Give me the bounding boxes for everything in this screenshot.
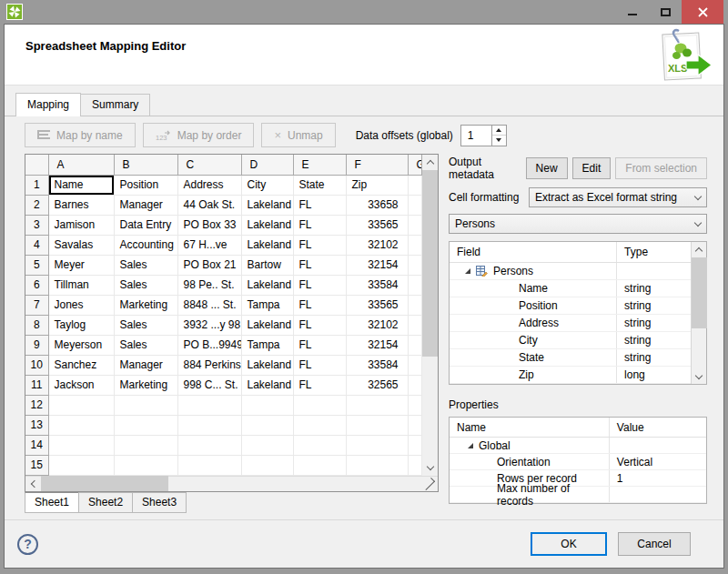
grid-cell-a14[interactable] bbox=[48, 435, 114, 455]
grid-cell-a15[interactable] bbox=[48, 455, 114, 475]
cell-formatting-select[interactable]: Extract as Excel format string bbox=[529, 187, 707, 207]
grid-cell-e3[interactable]: FL bbox=[293, 215, 346, 235]
scroll-up-button[interactable] bbox=[692, 242, 707, 257]
field-row-zip[interactable]: Ziplong bbox=[450, 367, 691, 384]
grid-cell-d15[interactable] bbox=[241, 455, 293, 475]
grid-horizontal-scrollbar[interactable] bbox=[25, 476, 438, 491]
grid-corner[interactable] bbox=[25, 155, 48, 175]
grid-row-header-1[interactable]: 1 bbox=[25, 175, 48, 195]
grid-cell-g8[interactable] bbox=[408, 315, 422, 335]
new-button[interactable]: New bbox=[526, 157, 568, 179]
grid-cell-d12[interactable] bbox=[241, 395, 293, 415]
vertical-scroll-thumb[interactable] bbox=[422, 170, 438, 357]
grid-cell-g5[interactable] bbox=[408, 255, 422, 275]
sheet-tab-sheet3[interactable]: Sheet3 bbox=[132, 492, 187, 513]
map-by-name-button[interactable]: Map by name bbox=[25, 123, 136, 147]
grid-cell-e9[interactable]: FL bbox=[293, 335, 346, 355]
grid-cell-c5[interactable]: PO Box 21 bbox=[177, 255, 241, 275]
grid-cell-c10[interactable]: 884 Perkins bbox=[177, 355, 241, 375]
grid-cell-g6[interactable] bbox=[408, 275, 422, 295]
grid-cell-d1[interactable]: City bbox=[241, 175, 293, 195]
grid-cell-b1[interactable]: Position bbox=[114, 175, 177, 195]
grid-cell-g13[interactable] bbox=[408, 415, 422, 435]
grid-cell-e5[interactable]: FL bbox=[293, 255, 346, 275]
grid-cell-a5[interactable]: Meyer bbox=[48, 255, 114, 275]
grid-cell-c12[interactable] bbox=[177, 395, 241, 415]
grid-cell-d3[interactable]: Lakeland bbox=[241, 215, 293, 235]
grid-cell-b5[interactable]: Sales bbox=[114, 255, 177, 275]
scroll-up-button[interactable] bbox=[422, 155, 438, 170]
scroll-down-button[interactable] bbox=[692, 368, 707, 384]
grid-cell-a9[interactable]: Meyerson bbox=[48, 335, 114, 355]
grid-col-header-b[interactable]: B bbox=[114, 155, 177, 175]
grid-cell-d11[interactable]: Lakeland bbox=[241, 375, 293, 395]
grid-cell-a8[interactable]: Taylog bbox=[48, 315, 114, 335]
grid-cell-b10[interactable]: Manager bbox=[114, 355, 177, 375]
spinner-down-button[interactable] bbox=[492, 136, 506, 146]
grid-col-header-a[interactable]: A bbox=[48, 155, 114, 175]
sheet-tab-sheet2[interactable]: Sheet2 bbox=[78, 492, 133, 513]
maximize-button[interactable] bbox=[649, 0, 682, 24]
grid-cell-d8[interactable]: Lakeland bbox=[241, 315, 293, 335]
grid-cell-g12[interactable] bbox=[408, 395, 422, 415]
grid-cell-a6[interactable]: Tillman bbox=[48, 275, 114, 295]
grid-cell-a4[interactable]: Savalas bbox=[48, 235, 114, 255]
grid-cell-c3[interactable]: PO Box 33 bbox=[177, 215, 241, 235]
grid-cell-e10[interactable]: FL bbox=[293, 355, 346, 375]
field-row-name[interactable]: Namestring bbox=[450, 280, 691, 297]
horizontal-scroll-thumb[interactable] bbox=[41, 476, 168, 491]
grid-cell-a13[interactable] bbox=[48, 415, 114, 435]
grid-cell-d2[interactable]: Lakeland bbox=[241, 195, 293, 215]
grid-cell-b6[interactable]: Sales bbox=[114, 275, 177, 295]
grid-cell-c4[interactable]: 67 H...ve bbox=[177, 235, 241, 255]
field-row-address[interactable]: Addressstring bbox=[450, 315, 691, 332]
grid-cell-g1[interactable] bbox=[408, 175, 422, 195]
sheet-tab-sheet1[interactable]: Sheet1 bbox=[25, 492, 79, 513]
grid-cell-f11[interactable]: 32565 bbox=[346, 375, 408, 395]
field-row-position[interactable]: Positionstring bbox=[450, 297, 691, 315]
field-table-scrollbar[interactable] bbox=[691, 242, 706, 384]
vertical-scroll-thumb[interactable] bbox=[692, 257, 707, 328]
value-column-header[interactable]: Value bbox=[610, 421, 706, 434]
grid-cell-g4[interactable] bbox=[408, 235, 422, 255]
tab-summary[interactable]: Summary bbox=[80, 94, 150, 116]
grid-vertical-scrollbar[interactable] bbox=[422, 155, 438, 476]
grid-cell-e1[interactable]: State bbox=[293, 175, 346, 195]
grid-cell-e12[interactable] bbox=[293, 395, 346, 415]
grid-cell-f1[interactable]: Zip bbox=[346, 175, 408, 195]
grid-cell-b11[interactable]: Marketing bbox=[114, 375, 177, 395]
grid-cell-g3[interactable] bbox=[408, 215, 422, 235]
grid-cell-b7[interactable]: Marketing bbox=[114, 295, 177, 315]
metadata-root-row[interactable]: Persons bbox=[450, 263, 691, 280]
grid-cell-e15[interactable] bbox=[293, 455, 346, 475]
grid-cell-d9[interactable]: Tampa bbox=[241, 335, 293, 355]
grid-cell-e8[interactable]: FL bbox=[293, 315, 346, 335]
grid-col-header-d[interactable]: D bbox=[241, 155, 293, 175]
grid-cell-g11[interactable] bbox=[408, 375, 422, 395]
map-by-order-button[interactable]: 123 Map by order bbox=[143, 123, 255, 147]
grid-cell-d13[interactable] bbox=[241, 415, 293, 435]
grid-cell-a12[interactable] bbox=[48, 395, 114, 415]
grid-cell-g10[interactable] bbox=[408, 355, 422, 375]
grid-cell-f9[interactable]: 32154 bbox=[346, 335, 408, 355]
property-row-max-number-of-records[interactable]: Max number of records bbox=[450, 487, 706, 503]
tree-expanded-icon[interactable] bbox=[465, 268, 470, 274]
grid-row-header-7[interactable]: 7 bbox=[25, 295, 48, 315]
grid-cell-f4[interactable]: 32102 bbox=[346, 235, 408, 255]
grid-cell-a10[interactable]: Sanchez bbox=[48, 355, 114, 375]
grid-cell-g7[interactable] bbox=[408, 295, 422, 315]
grid-cell-c11[interactable]: 998 C... St. bbox=[177, 375, 241, 395]
grid-cell-f15[interactable] bbox=[346, 455, 408, 475]
grid-cell-f2[interactable]: 33658 bbox=[346, 195, 408, 215]
grid-cell-c14[interactable] bbox=[177, 435, 241, 455]
close-button[interactable] bbox=[682, 0, 723, 24]
grid-cell-d6[interactable]: Lakeland bbox=[241, 275, 293, 295]
data-offsets-input[interactable] bbox=[460, 125, 491, 146]
grid-cell-e6[interactable]: FL bbox=[293, 275, 346, 295]
grid-cell-b12[interactable] bbox=[114, 395, 177, 415]
from-selection-button[interactable]: From selection bbox=[615, 157, 707, 179]
grid-cell-a2[interactable]: Barnes bbox=[48, 195, 114, 215]
grid-cell-b9[interactable]: Sales bbox=[114, 335, 177, 355]
property-row-orientation[interactable]: OrientationVertical bbox=[450, 454, 706, 470]
grid-cell-d5[interactable]: Bartow bbox=[241, 255, 293, 275]
